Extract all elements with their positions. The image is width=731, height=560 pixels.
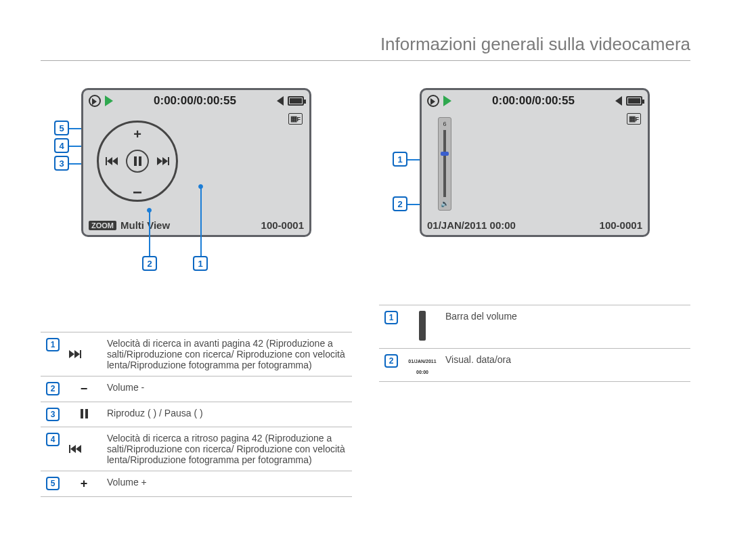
timecode: 0:00:00/0:00:55 (154, 94, 236, 108)
play-status-icon (443, 95, 451, 106)
legend-text: Velocità di ricerca in avanti pagina 42 … (103, 332, 352, 376)
multiview-label: Multi View (120, 219, 170, 231)
play-pause-button[interactable] (126, 150, 149, 173)
battery-icon (288, 96, 304, 106)
lcd-screen-right: 0:00:00/0:00:55 ▦F 6 🔊 01/JAN/2011 00:00… (420, 88, 650, 237)
play-status-icon (105, 95, 113, 106)
callout-2: 2 (142, 256, 157, 271)
fast-forward-icon (69, 350, 99, 358)
legend-table-left: 1 Velocità di ricerca in avanti pagina 4… (41, 332, 352, 497)
legend-num: 3 (46, 408, 60, 421)
table-row: 2 01/JAN/2011 00:00 Visual. data/ora (379, 349, 690, 382)
quality-badge: ▦F (627, 113, 642, 125)
legend-num: 1 (384, 311, 398, 324)
callout-r1: 1 (393, 152, 407, 167)
table-row: 1 Velocità di ricerca in avanti pagina 4… (41, 332, 352, 376)
legend-text: Volume + (103, 471, 352, 497)
table-row: 5 + Volume + (41, 471, 352, 497)
volume-track[interactable] (443, 130, 446, 197)
legend-table-right: 1 Barra del volume 2 01/JAN/2011 00:00 V… (379, 305, 690, 382)
rewind-icon (69, 445, 99, 453)
volume-value: 6 (443, 121, 446, 127)
legend-num: 2 (46, 382, 60, 395)
file-number: 100-0001 (261, 219, 304, 231)
volume-thumb[interactable] (441, 152, 449, 156)
legend-text: Volume - (103, 376, 352, 402)
page-title: Informazioni generali sulla videocamera (41, 34, 690, 61)
minus-icon: − (81, 382, 88, 395)
mode-icon (89, 95, 101, 107)
timecode: 0:00:00/0:00:55 (492, 94, 575, 108)
table-row: 3 Riproduz ( ) / Pausa ( ) (41, 402, 352, 427)
volume-bar-icon (419, 311, 426, 341)
legend-text: Riproduz ( ) / Pausa ( ) (103, 402, 352, 427)
table-row: 2 − Volume - (41, 376, 352, 402)
callout-4: 4 (54, 138, 69, 153)
legend-num: 2 (384, 354, 398, 368)
volume-minus-icon[interactable]: − (133, 189, 142, 196)
volume-plus-icon[interactable]: + (133, 127, 141, 142)
fast-forward-icon[interactable] (157, 157, 169, 165)
callout-r2: 2 (393, 196, 407, 211)
callout-5: 5 (54, 121, 69, 135)
quality-badge: ▦F (288, 113, 303, 125)
legend-text: Velocità di ricerca a ritroso pagina 42 … (103, 427, 352, 471)
rewind-icon[interactable] (106, 157, 118, 165)
back-icon[interactable] (277, 96, 284, 106)
date-time-display: 01/JAN/2011 00:00 (427, 219, 516, 231)
zoom-label: ZOOM (89, 221, 116, 230)
callout-1: 1 (193, 256, 208, 271)
back-icon[interactable] (615, 96, 622, 106)
mode-icon (427, 95, 439, 107)
column-right: 1 2 0:00:00/0:00:55 ▦F (379, 88, 690, 497)
date-icon: 01/JAN/2011 00:00 (408, 359, 436, 374)
speaker-icon: 🔊 (441, 200, 449, 207)
table-row: 1 Barra del volume (379, 305, 690, 349)
column-left: 5 4 3 0:00:00/0:00:55 (41, 88, 352, 497)
plus-icon: + (81, 477, 88, 490)
legend-num: 5 (46, 477, 60, 490)
legend-num: 4 (46, 433, 60, 446)
callout-3: 3 (54, 156, 69, 171)
legend-text: Visual. data/ora (441, 349, 690, 382)
legend-num: 1 (46, 338, 60, 351)
volume-bar[interactable]: 6 🔊 (438, 117, 451, 211)
file-number: 100-0001 (600, 219, 642, 231)
pause-icon (81, 409, 88, 418)
legend-text: Barra del volume (441, 305, 690, 349)
battery-icon (626, 96, 642, 106)
lcd-screen-left: 0:00:00/0:00:55 ▦F + − (81, 88, 311, 237)
table-row: 4 Velocità di ricerca a ritroso pagina 4… (41, 427, 352, 471)
control-wheel[interactable]: + − (97, 121, 178, 202)
